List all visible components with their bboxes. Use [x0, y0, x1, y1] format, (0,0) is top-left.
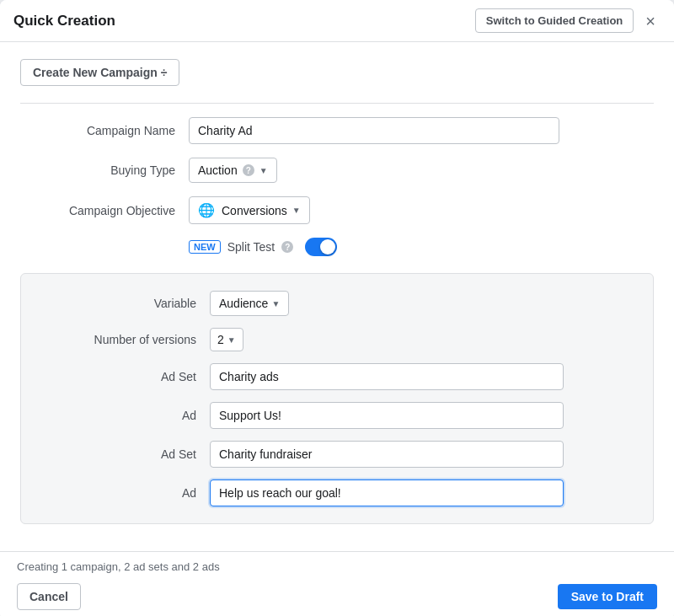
ad-2-input[interactable] [210, 479, 564, 506]
buying-type-value: Auction [198, 163, 238, 177]
ad-set-1-label: Ad Set [41, 370, 210, 383]
modal-title: Quick Creation [13, 13, 115, 29]
ad-1-row: Ad [41, 402, 633, 429]
variable-label: Variable [41, 297, 210, 310]
ad-set-2-row: Ad Set [41, 441, 633, 468]
variable-row: Variable Audience ▼ [41, 291, 633, 316]
ad-set-2-input[interactable] [210, 441, 564, 468]
ad-2-label: Ad [41, 486, 210, 500]
variable-chevron: ▼ [271, 299, 280, 308]
campaign-name-label: Campaign Name [20, 124, 189, 137]
campaign-objective-value: Conversions [222, 204, 287, 217]
buying-type-select[interactable]: Auction ? ▼ [189, 158, 277, 183]
modal-header: Quick Creation Switch to Guided Creation… [0, 0, 674, 42]
footer-info-text: Creating 1 campaign, 2 ad sets and 2 ads [17, 560, 220, 573]
variable-select[interactable]: Audience ▼ [210, 291, 289, 316]
versions-select[interactable]: 2 ▼ [210, 328, 243, 351]
buying-type-label: Buying Type [20, 163, 189, 177]
versions-chevron: ▼ [227, 335, 236, 345]
modal-body: Create New Campaign ÷ Campaign Name Buyi… [0, 42, 674, 551]
new-badge: NEW [189, 240, 221, 254]
split-test-row: NEW Split Test ? [20, 238, 654, 256]
versions-value: 2 [217, 333, 224, 346]
header-right: Switch to Guided Creation × [475, 8, 661, 33]
create-new-campaign-button[interactable]: Create New Campaign ÷ [20, 59, 179, 86]
campaign-name-input[interactable] [189, 117, 559, 144]
split-test-label: Split Test [227, 240, 275, 254]
form-section: Campaign Name Buying Type Auction ? ▼ Ca… [20, 117, 654, 524]
modal-footer: Creating 1 campaign, 2 ad sets and 2 ads… [0, 551, 674, 616]
buying-type-chevron: ▼ [259, 166, 268, 175]
save-to-draft-button[interactable]: Save to Draft [558, 584, 657, 609]
cancel-button[interactable]: Cancel [17, 583, 81, 610]
campaign-section: Create New Campaign ÷ [20, 59, 654, 86]
create-campaign-label: Create New Campaign ÷ [33, 66, 167, 79]
toggle-knob [320, 239, 335, 254]
ad-set-1-input[interactable] [210, 363, 564, 390]
ad-set-1-row: Ad Set [41, 363, 633, 390]
buying-type-info-icon[interactable]: ? [243, 164, 254, 176]
divider [20, 103, 654, 104]
switch-to-guided-btn[interactable]: Switch to Guided Creation [475, 8, 634, 33]
objective-chevron: ▼ [292, 206, 301, 215]
variable-value: Audience [219, 297, 268, 310]
campaign-objective-label: Campaign Objective [20, 204, 189, 217]
campaign-objective-select[interactable]: 🌐 Conversions ▼ [189, 196, 310, 224]
ad-1-label: Ad [41, 409, 210, 422]
split-test-info-icon[interactable]: ? [281, 241, 293, 253]
ad-2-row: Ad [41, 479, 633, 506]
quick-creation-modal: Quick Creation Switch to Guided Creation… [0, 0, 674, 616]
ad-1-input[interactable] [210, 402, 564, 429]
globe-icon: 🌐 [198, 202, 215, 218]
versions-label: Number of versions [41, 333, 210, 346]
campaign-name-row: Campaign Name [20, 117, 654, 144]
split-test-toggle[interactable] [305, 238, 337, 256]
split-panel: Variable Audience ▼ Number of versions 2… [20, 273, 654, 524]
versions-row: Number of versions 2 ▼ [41, 328, 633, 351]
close-button[interactable]: × [640, 11, 661, 31]
ad-set-2-label: Ad Set [41, 447, 210, 461]
campaign-objective-row: Campaign Objective 🌐 Conversions ▼ [20, 196, 654, 224]
footer-actions: Cancel Save to Draft [0, 573, 674, 616]
footer-info: Creating 1 campaign, 2 ad sets and 2 ads [0, 552, 674, 573]
buying-type-row: Buying Type Auction ? ▼ [20, 158, 654, 183]
